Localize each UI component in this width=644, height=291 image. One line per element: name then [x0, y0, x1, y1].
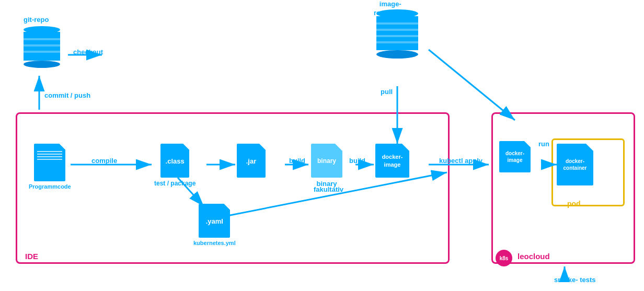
docker-image-file: docker-image	[375, 144, 409, 178]
pod-label: pod	[567, 200, 581, 208]
diagram: IDE leocloud pod	[0, 0, 644, 291]
kubernetes-yml-label: kubernetes.yml	[193, 240, 236, 246]
git-repo-label: git-repo	[24, 16, 49, 24]
kubectl-apply-label: kubectl apply	[439, 157, 482, 165]
git-repo-cylinder	[24, 26, 60, 68]
fakultativ-label: fakultativ	[314, 185, 343, 193]
run-label: run	[538, 140, 549, 148]
programmcode-label: Programmcode	[29, 183, 71, 190]
class-file: .class test / package	[154, 144, 196, 187]
ide-label: IDE	[25, 252, 38, 261]
build2-label: build	[349, 157, 365, 165]
compile-label: compile	[91, 157, 117, 165]
test-package-label: test / package	[154, 180, 196, 187]
yaml-file: .yaml kubernetes.yml	[193, 204, 236, 246]
leocloud-label: leocloud	[518, 252, 550, 261]
commit-push-label: commit / push	[44, 91, 90, 99]
smoke-tests-label: smoke- tests	[554, 276, 595, 285]
checkout-label: checkout	[73, 48, 103, 56]
jar-file: .jar	[237, 144, 266, 178]
binary-file: binary binary	[311, 144, 342, 188]
programmcode-file: Programmcode	[29, 144, 71, 190]
pull-label: pull	[381, 88, 393, 96]
svg-line-11	[429, 50, 515, 120]
docker-container-file: docker-container	[557, 144, 593, 185]
build1-label: build	[289, 157, 305, 165]
image-repo-cylinder	[376, 9, 418, 59]
leocloud-docker-image: docker-image	[499, 141, 531, 172]
k8s-badge: k8s	[496, 250, 512, 266]
